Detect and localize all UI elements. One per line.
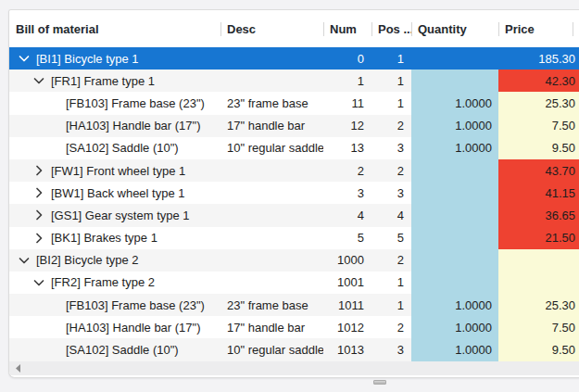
tree-row[interactable]: [SA102] Saddle (10")10" regular saddle10…	[9, 338, 579, 360]
chevron-down-icon[interactable]	[17, 253, 31, 268]
tree-cell[interactable]: [GS1] Gear system type 1	[9, 204, 220, 226]
price-cell[interactable]: 25.30	[498, 92, 579, 114]
tree-row[interactable]: [FB103] Frame base (23")23" frame base10…	[9, 294, 579, 316]
tree-cell[interactable]: [HA103] Handle bar (17")	[9, 115, 220, 137]
chevron-down-icon[interactable]	[31, 275, 46, 290]
num-cell[interactable]: 12	[323, 115, 371, 137]
column-header-pos[interactable]: Pos ...	[371, 10, 411, 47]
tree-cell[interactable]: [BW1] Back wheel type 1	[9, 182, 220, 204]
pos-cell[interactable]: 1	[371, 92, 411, 114]
quantity-cell[interactable]	[411, 204, 498, 226]
tree-row[interactable]: [HA103] Handle bar (17")17" handle bar10…	[9, 316, 579, 338]
tree-cell[interactable]: [FB103] Frame base (23")	[9, 92, 220, 114]
num-cell[interactable]: 0	[323, 47, 371, 70]
price-cell[interactable]: 9.50	[498, 338, 579, 360]
desc-cell[interactable]: 10" regular saddle	[220, 338, 323, 360]
quantity-cell[interactable]	[411, 227, 498, 249]
num-cell[interactable]: 1	[323, 70, 371, 92]
tree-row[interactable]: [BK1] Brakes type 15521.50	[9, 227, 579, 249]
quantity-cell[interactable]: 1.0000	[411, 316, 498, 338]
num-cell[interactable]: 1013	[323, 338, 371, 360]
chevron-down-icon[interactable]	[17, 51, 31, 66]
desc-cell[interactable]	[220, 70, 323, 92]
pos-cell[interactable]: 3	[371, 182, 411, 204]
quantity-cell[interactable]: 1.0000	[411, 338, 498, 360]
desc-cell[interactable]: 17" handle bar	[220, 316, 323, 338]
desc-cell[interactable]	[220, 204, 323, 226]
quantity-cell[interactable]	[411, 70, 498, 92]
chevron-right-icon[interactable]	[31, 163, 46, 178]
price-cell[interactable]: 41.15	[498, 182, 579, 204]
num-cell[interactable]: 5	[323, 227, 371, 249]
tree-cell[interactable]: [FB103] Frame base (23")	[9, 294, 220, 316]
pos-cell[interactable]: 4	[371, 204, 411, 226]
pos-cell[interactable]: 1	[371, 294, 411, 316]
column-header-num[interactable]: Num	[323, 10, 371, 47]
price-cell[interactable]: 36.65	[498, 204, 579, 226]
pos-cell[interactable]: 3	[371, 137, 411, 159]
tree-row[interactable]: [FB103] Frame base (23")23" frame base11…	[9, 92, 579, 114]
price-cell[interactable]: 185.30	[498, 47, 579, 70]
scroll-left-arrow-icon[interactable]	[14, 362, 22, 374]
desc-cell[interactable]	[220, 159, 323, 182]
tree-row[interactable]: [SA102] Saddle (10")10" regular saddle13…	[9, 137, 579, 159]
pos-cell[interactable]: 2	[371, 316, 411, 338]
desc-cell[interactable]	[220, 47, 323, 70]
tree-cell[interactable]: [BI2] Bicycle type 2	[9, 249, 220, 272]
tree-row[interactable]: [GS1] Gear system type 14436.65	[9, 204, 579, 226]
price-cell[interactable]	[498, 272, 579, 294]
quantity-cell[interactable]: 1.0000	[411, 294, 498, 316]
num-cell[interactable]: 3	[323, 182, 371, 204]
quantity-cell[interactable]: 1.0000	[411, 115, 498, 137]
desc-cell[interactable]	[220, 227, 323, 249]
num-cell[interactable]: 4	[323, 204, 371, 226]
desc-cell[interactable]	[220, 182, 323, 204]
pos-cell[interactable]: 1	[371, 47, 411, 70]
quantity-cell[interactable]	[411, 47, 498, 70]
desc-cell[interactable]: 17" handle bar	[220, 115, 323, 137]
pos-cell[interactable]: 3	[371, 338, 411, 360]
tree-cell[interactable]: [BI1] Bicycle type 1	[9, 47, 220, 70]
desc-cell[interactable]: 23" frame base	[220, 294, 323, 316]
chevron-right-icon[interactable]	[31, 208, 46, 222]
column-header-desc[interactable]: Desc	[220, 10, 323, 47]
quantity-cell[interactable]: 1.0000	[411, 137, 498, 159]
price-cell[interactable]	[498, 249, 579, 272]
pos-cell[interactable]: 1	[371, 272, 411, 294]
pos-cell[interactable]: 5	[371, 227, 411, 249]
num-cell[interactable]: 1001	[323, 272, 371, 294]
chevron-right-icon[interactable]	[31, 231, 46, 246]
quantity-cell[interactable]	[411, 249, 498, 272]
tree-cell[interactable]: [SA102] Saddle (10")	[9, 137, 220, 159]
tree-row[interactable]: [BI2] Bicycle type 210002	[9, 249, 579, 272]
desc-cell[interactable]: 10" regular saddle	[220, 137, 323, 159]
pos-cell[interactable]: 2	[371, 115, 411, 137]
num-cell[interactable]: 1012	[323, 316, 371, 338]
desc-cell[interactable]	[220, 249, 323, 272]
quantity-cell[interactable]	[411, 272, 498, 294]
tree-cell[interactable]: [BK1] Brakes type 1	[9, 227, 220, 249]
column-header-bom[interactable]: Bill of material	[9, 10, 220, 47]
price-cell[interactable]: 43.70	[498, 159, 579, 182]
pos-cell[interactable]: 2	[371, 159, 411, 182]
num-cell[interactable]: 13	[323, 137, 371, 159]
chevron-down-icon[interactable]	[31, 73, 46, 88]
quantity-cell[interactable]	[411, 159, 498, 182]
chevron-right-icon[interactable]	[31, 185, 46, 200]
tree-row[interactable]: [HA103] Handle bar (17")17" handle bar12…	[9, 115, 579, 137]
tree-row[interactable]: [BI1] Bicycle type 101185.30	[9, 47, 579, 70]
tree-row[interactable]: [BW1] Back wheel type 13341.15	[9, 182, 579, 204]
price-cell[interactable]: 7.50	[498, 115, 579, 137]
resize-grip[interactable]	[373, 380, 386, 385]
num-cell[interactable]: 1000	[323, 249, 371, 272]
column-header-quantity[interactable]: Quantity	[411, 10, 498, 47]
tree-cell[interactable]: [FR2] Frame type 2	[9, 272, 220, 294]
price-cell[interactable]: 21.50	[498, 227, 579, 249]
pos-cell[interactable]: 1	[371, 70, 411, 92]
tree-cell[interactable]: [FW1] Front wheel type 1	[9, 159, 220, 182]
price-cell[interactable]: 25.30	[498, 294, 579, 316]
num-cell[interactable]: 11	[323, 92, 371, 114]
column-header-price[interactable]: Price	[498, 10, 573, 47]
num-cell[interactable]: 2	[323, 159, 371, 182]
price-cell[interactable]: 9.50	[498, 137, 579, 159]
